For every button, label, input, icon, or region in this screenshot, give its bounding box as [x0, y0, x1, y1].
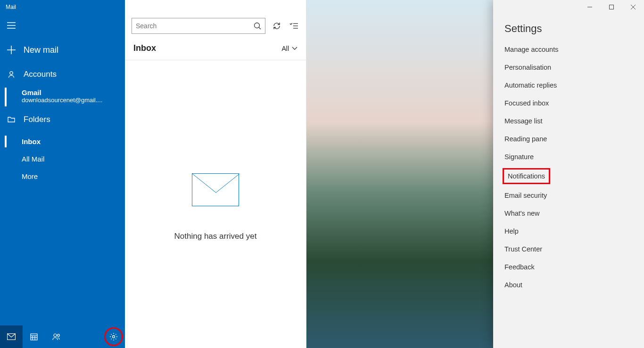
search-box[interactable]	[132, 18, 265, 34]
settings-item-signature[interactable]: Signature	[493, 148, 644, 166]
svg-point-18	[113, 336, 115, 338]
svg-rect-1	[610, 5, 614, 9]
hamburger-button[interactable]	[0, 14, 23, 37]
mail-icon	[7, 333, 16, 340]
folder-label: Inbox	[22, 138, 41, 146]
inbox-title: Inbox	[133, 43, 156, 53]
folder-label: All Mail	[22, 155, 44, 163]
folder-label: More	[22, 172, 38, 180]
settings-item-automatic-replies[interactable]: Automatic replies	[493, 76, 644, 94]
account-name: Gmail	[22, 89, 125, 97]
settings-item-manage-accounts[interactable]: Manage accounts	[493, 40, 644, 58]
envelope-icon	[192, 173, 239, 206]
empty-state: Nothing has arrived yet	[125, 60, 306, 348]
app-title: Mail	[0, 4, 16, 10]
settings-item-reading-pane[interactable]: Reading pane	[493, 130, 644, 148]
folder-inbox[interactable]: Inbox	[0, 133, 125, 150]
settings-item-about[interactable]: About	[493, 276, 644, 294]
close-button[interactable]	[622, 0, 644, 14]
refresh-icon	[272, 22, 281, 30]
minimize-button[interactable]	[579, 0, 601, 14]
settings-panel: Settings Manage accountsPersonalisationA…	[493, 0, 644, 348]
sidebar-bottom-bar	[0, 325, 125, 348]
select-icon	[289, 23, 298, 29]
settings-item-feedback[interactable]: Feedback	[493, 258, 644, 276]
person-icon	[7, 71, 16, 78]
people-icon	[52, 333, 61, 340]
search-icon[interactable]	[254, 22, 261, 30]
empty-message: Nothing has arrived yet	[174, 232, 257, 241]
accounts-header[interactable]: Accounts	[0, 63, 125, 86]
account-item[interactable]: Gmail downloadsourcenet@gmail....	[0, 86, 125, 108]
mail-app: Mail New mail Accounts Gmail downloadsou…	[0, 0, 644, 348]
settings-title: Settings	[493, 23, 644, 40]
settings-item-trust-center[interactable]: Trust Center	[493, 240, 644, 258]
select-mode-button[interactable]	[288, 20, 299, 32]
new-mail-button[interactable]: New mail	[0, 37, 125, 63]
new-mail-label: New mail	[24, 45, 58, 55]
search-row	[125, 14, 306, 38]
settings-items-list: Manage accountsPersonalisationAutomatic …	[493, 40, 644, 294]
gear-icon	[109, 332, 118, 341]
svg-rect-11	[31, 334, 37, 340]
folder-icon	[7, 116, 16, 123]
sidebar: New mail Accounts Gmail downloadsourcene…	[0, 0, 125, 348]
svg-line-20	[259, 27, 261, 29]
settings-item-message-list[interactable]: Message list	[493, 112, 644, 130]
svg-point-9	[10, 72, 13, 74]
settings-item-notifications[interactable]: Notifications	[503, 168, 550, 184]
accounts-label: Accounts	[24, 70, 57, 79]
settings-item-focused-inbox[interactable]: Focused inbox	[493, 94, 644, 112]
calendar-icon	[30, 333, 38, 340]
maximize-button[interactable]	[601, 0, 622, 14]
svg-point-19	[255, 23, 260, 28]
people-tab-button[interactable]	[45, 325, 68, 348]
hamburger-icon	[7, 22, 16, 29]
plus-icon	[7, 45, 16, 55]
folder-all-mail[interactable]: All Mail	[0, 150, 125, 168]
settings-button[interactable]	[102, 325, 125, 348]
settings-item-email-security[interactable]: Email security	[493, 186, 644, 204]
sync-button[interactable]	[271, 20, 282, 32]
settings-item-personalisation[interactable]: Personalisation	[493, 58, 644, 76]
settings-item-what's-new[interactable]: What's new	[493, 204, 644, 222]
svg-point-17	[58, 334, 60, 337]
folder-more[interactable]: More	[0, 168, 125, 185]
folders-label: Folders	[24, 115, 50, 124]
calendar-tab-button[interactable]	[23, 325, 45, 348]
window-controls	[579, 0, 644, 14]
filter-label: All	[281, 45, 289, 52]
folders-list: Inbox All Mail More	[0, 131, 125, 185]
settings-highlight-circle	[104, 327, 123, 346]
inbox-header: Inbox All	[125, 38, 306, 60]
chevron-down-icon	[292, 47, 297, 50]
settings-item-help[interactable]: Help	[493, 222, 644, 240]
search-input[interactable]	[136, 22, 254, 30]
message-list-pane: Inbox All Nothing has arrived yet	[125, 0, 306, 348]
account-email: downloadsourcenet@gmail....	[22, 97, 125, 104]
filter-dropdown[interactable]: All	[281, 45, 297, 52]
svg-point-16	[54, 334, 57, 337]
mail-tab-button[interactable]	[0, 325, 23, 348]
folders-header[interactable]: Folders	[0, 108, 125, 131]
